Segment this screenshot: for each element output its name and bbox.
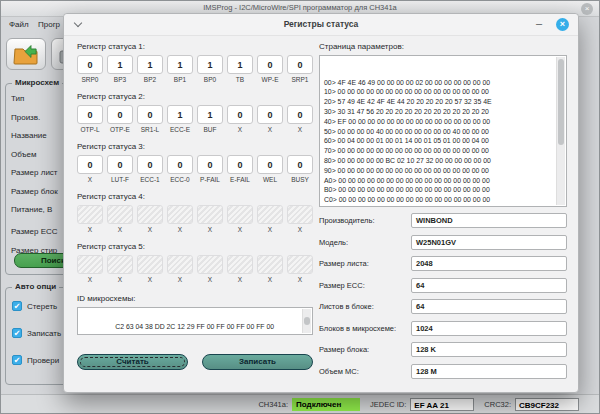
bit-name-label: X — [88, 176, 92, 183]
bit-name-label: X — [268, 276, 272, 283]
bit-value-box — [257, 255, 283, 274]
bit-name-label: BP2 — [144, 76, 156, 83]
close-icon: × — [560, 19, 565, 29]
bit-cell: 0WEL — [257, 155, 283, 183]
bit-name-label: P-FAIL — [200, 176, 220, 183]
dialog-minimize-button[interactable]: – — [536, 17, 542, 29]
registers-root: Регистр статуса 1:0SRP01BP31BP21BP11BP01… — [77, 42, 313, 283]
registers-column: Регистр статуса 1:0SRP01BP31BP21BP11BP01… — [77, 42, 313, 370]
bit-name-label: X — [208, 226, 212, 233]
write-button[interactable]: Записать — [202, 354, 313, 370]
read-button[interactable]: Считать — [77, 354, 188, 370]
bit-value-box[interactable]: 0 — [167, 155, 193, 174]
bit-name-label: E-FAIL — [230, 176, 250, 183]
menu-item-programmer[interactable]: Прогр — [38, 20, 60, 29]
field-value[interactable]: 128 M — [411, 364, 567, 379]
field-value[interactable]: 64 — [411, 299, 567, 314]
bit-value-box[interactable]: 1 — [227, 55, 253, 74]
bit-value-box[interactable]: 0 — [197, 155, 223, 174]
bit-value-box[interactable]: 0 — [137, 105, 163, 124]
field-label: Объем МС: — [319, 367, 411, 376]
bit-value-box — [257, 205, 283, 224]
hexdump-row: D0> 00 00 00 00 00 00 00 00 00 00 00 00 … — [324, 205, 554, 207]
scrollbar-thumb[interactable] — [558, 59, 564, 145]
field-value[interactable]: 1024 — [411, 321, 567, 336]
bit-name-label: X — [298, 226, 302, 233]
bit-name-label: X — [298, 276, 302, 283]
field-label: Размер ECC: — [319, 281, 411, 290]
bit-value-box — [77, 205, 103, 224]
bit-value-box[interactable]: 1 — [197, 55, 223, 74]
hexdump-row: B0> 00 00 00 00 00 00 00 00 00 00 00 00 … — [324, 185, 554, 195]
register-bit-row: 0X0LUT-F0ECC-10ECC-00P-FAIL0E-FAIL0WEL0B… — [77, 155, 313, 183]
bit-cell: X — [287, 205, 313, 233]
open-folder-icon — [13, 43, 41, 67]
bit-value-box[interactable]: 0 — [77, 105, 103, 124]
field-row: Объем МС:128 M — [319, 364, 567, 379]
bit-value-box[interactable]: 0 — [227, 155, 253, 174]
dialog-close-button[interactable]: × — [556, 18, 569, 31]
open-file-button[interactable] — [6, 38, 46, 70]
field-label: Листов в блоке: — [319, 302, 411, 311]
bit-value-box[interactable]: 0 — [257, 55, 283, 74]
auto-option-label: Записать — [27, 329, 61, 338]
bit-value-box[interactable]: 0 — [107, 155, 133, 174]
bit-value-box[interactable]: 0 — [287, 155, 313, 174]
register-label: Регистр статуса 4: — [77, 192, 313, 201]
bit-value-box[interactable]: 1 — [167, 55, 193, 74]
field-value[interactable]: 2048 — [411, 256, 567, 271]
checkbox-checked-icon[interactable]: ✔ — [12, 355, 22, 365]
bit-name-label: WP-E — [262, 76, 279, 83]
field-value[interactable]: WINBOND — [411, 213, 567, 228]
checkbox-checked-icon[interactable]: ✔ — [12, 328, 22, 338]
bit-value-box[interactable]: 0 — [227, 105, 253, 124]
bit-value-box[interactable]: 0 — [287, 105, 313, 124]
param-page-hexdump[interactable]: 00> 4F 4E 46 49 00 00 00 00 02 00 00 00 … — [319, 55, 567, 207]
bit-cell: 0X — [77, 155, 103, 183]
field-value[interactable]: 64 — [411, 278, 567, 293]
menu-item-file[interactable]: Файл — [9, 20, 29, 29]
bit-value-box[interactable]: 0 — [77, 55, 103, 74]
bit-value-box[interactable]: 0 — [137, 155, 163, 174]
chip-id-box[interactable]: C2 63 04 38 DD 2C 12 29 FF 00 FF 00 FF 0… — [77, 307, 313, 335]
bit-value-box[interactable]: 0 — [257, 155, 283, 174]
bit-value-box[interactable]: 1 — [167, 105, 193, 124]
bit-name-label: TB — [236, 76, 244, 83]
bit-name-label: X — [298, 126, 302, 133]
bit-cell: 0SRP0 — [77, 55, 103, 83]
bit-value-box[interactable]: 0 — [107, 105, 133, 124]
bit-name-label: WEL — [263, 176, 277, 183]
hexdump-row: 40> EF 00 00 00 00 00 00 00 00 00 00 00 … — [324, 117, 554, 127]
field-value[interactable]: W25N01GV — [411, 235, 567, 250]
bit-value-box[interactable]: 0 — [287, 55, 313, 74]
register-bit-row: 0SRP01BP31BP21BP11BP01TB0WP-E0SRP1 — [77, 55, 313, 83]
bit-cell: X — [107, 205, 133, 233]
param-page-label: Страница параметров: — [319, 42, 567, 51]
hexdump-scrollbar[interactable] — [556, 57, 565, 205]
bit-value-box[interactable]: 1 — [137, 55, 163, 74]
bit-cell: 1TB — [227, 55, 253, 83]
connection-status-badge: Подключен — [292, 398, 360, 411]
bit-value-box[interactable]: 1 — [107, 55, 133, 74]
field-row: Размер листа:2048 — [319, 256, 567, 271]
bit-name-label: BUSY — [291, 176, 309, 183]
window-close-button[interactable]: × — [581, 3, 593, 15]
bit-value-box[interactable]: 1 — [197, 105, 223, 124]
scrollbar-thumb[interactable] — [304, 317, 310, 324]
bit-value-box[interactable]: 0 — [257, 105, 283, 124]
bit-name-label: X — [118, 226, 122, 233]
register-label: Регистр статуса 1: — [77, 42, 313, 51]
jedec-label: JEDEC ID: — [370, 400, 406, 409]
bit-cell: 0ECC-0 — [167, 155, 193, 183]
parameters-column: Страница параметров: 00> 4F 4E 46 49 00 … — [319, 42, 567, 385]
chip-id-text: C2 63 04 38 DD 2C 12 29 FF 00 FF 00 FF 0… — [82, 323, 274, 335]
checkbox-checked-icon[interactable]: ✔ — [12, 301, 22, 311]
bit-cell: X — [77, 255, 103, 283]
register-block: Регистр статуса 5:XXXXXXXX — [77, 242, 313, 283]
hexdump-row: 90> 00 00 00 00 00 00 00 00 00 00 00 00 … — [324, 166, 554, 176]
bit-value-box[interactable]: 0 — [77, 155, 103, 174]
chip-id-scrollbar[interactable] — [302, 309, 311, 333]
bit-name-label: BP1 — [174, 76, 186, 83]
register-label: Регистр статуса 3: — [77, 142, 313, 151]
field-value[interactable]: 128 K — [411, 342, 567, 357]
